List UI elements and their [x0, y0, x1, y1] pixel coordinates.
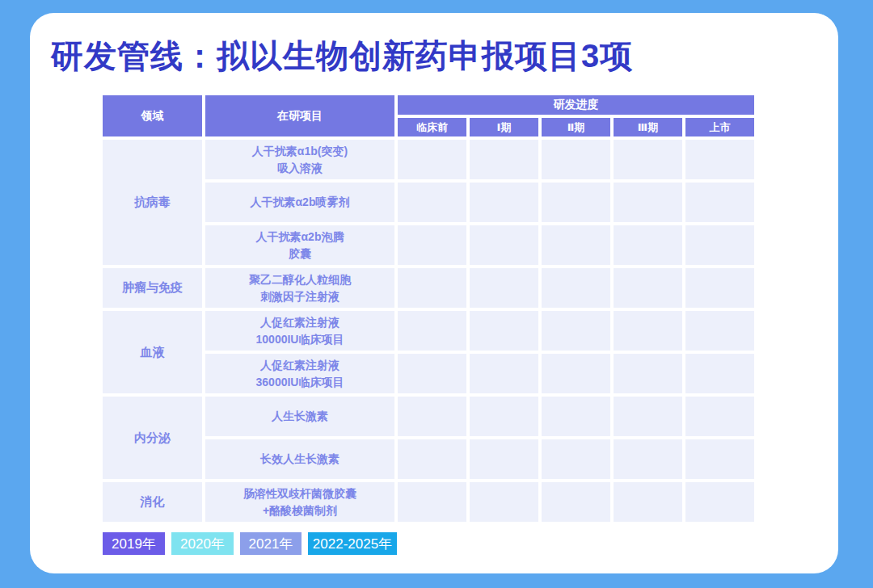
- column-header-progress: 研发进度: [398, 95, 754, 115]
- progress-cell: [470, 482, 538, 522]
- progress-cell: [685, 140, 754, 179]
- progress-cell: [614, 311, 682, 351]
- progress-cell: [685, 183, 754, 222]
- pipeline-table: 领域 在研项目 研发进度 临床前 Ⅰ期 Ⅱ期 Ⅲ期 上市 抗病毒 肿瘤与免疫 血…: [103, 95, 754, 522]
- project-cell: 人干扰素α2b泡腾 胶囊: [205, 225, 394, 265]
- progress-cell: [685, 354, 754, 393]
- progress-cell: [470, 225, 538, 265]
- project-cell: 人促红素注射液 10000IU临床项目: [205, 311, 394, 351]
- progress-cell: [614, 439, 682, 479]
- progress-cell: [398, 183, 466, 222]
- project-cell: 聚乙二醇化人粒细胞 刺激因子注射液: [205, 268, 394, 308]
- page-title: 研发管线：拟以生物创新药申报项目3项: [51, 34, 633, 78]
- progress-cell: [614, 268, 682, 308]
- progress-cell: [470, 311, 538, 351]
- progress-cell: [542, 354, 610, 393]
- column-header-preclinical: 临床前: [398, 118, 466, 136]
- progress-cell: [470, 397, 538, 436]
- progress-cell: [542, 439, 610, 479]
- progress-cell: [470, 183, 538, 222]
- progress-cell: [614, 183, 682, 222]
- progress-cell: [685, 225, 754, 265]
- progress-cell: [398, 140, 466, 179]
- progress-cell: [470, 268, 538, 308]
- project-cell: 长效人生长激素: [205, 439, 394, 479]
- legend: 2019年 2020年 2021年 2022-2025年: [103, 532, 397, 555]
- legend-item-2019: 2019年: [103, 532, 165, 555]
- progress-cell: [470, 140, 538, 179]
- project-cell: 肠溶性双歧杆菌微胶囊 +酪酸梭菌制剂: [205, 482, 394, 522]
- progress-cell: [685, 268, 754, 308]
- progress-cell: [614, 225, 682, 265]
- progress-cell: [542, 311, 610, 351]
- domain-cell-oncology-immunology: 肿瘤与免疫: [103, 268, 202, 308]
- progress-cell: [614, 482, 682, 522]
- progress-cell: [542, 183, 610, 222]
- progress-cell: [542, 140, 610, 179]
- progress-cell: [542, 225, 610, 265]
- progress-cell: [614, 397, 682, 436]
- progress-cell: [614, 354, 682, 393]
- progress-cell: [398, 397, 466, 436]
- progress-cell: [398, 439, 466, 479]
- legend-item-2022-2025: 2022-2025年: [308, 532, 397, 555]
- progress-cell: [398, 354, 466, 393]
- progress-cell: [398, 225, 466, 265]
- project-cell: 人干扰素α1b(突变) 吸入溶液: [205, 140, 394, 179]
- progress-cell: [398, 311, 466, 351]
- progress-cell: [685, 439, 754, 479]
- project-cell: 人干扰素α2b喷雾剂: [205, 183, 394, 222]
- progress-cell: [685, 397, 754, 436]
- legend-item-2021: 2021年: [240, 532, 302, 555]
- column-header-phase1: Ⅰ期: [470, 118, 538, 136]
- page-background: { "title": "研发管线：拟以生物创新药申报项目3项", "table"…: [0, 0, 873, 588]
- progress-cell: [398, 482, 466, 522]
- column-header-domain: 领域: [103, 95, 202, 136]
- domain-cell-blood: 血液: [103, 311, 202, 393]
- column-header-phase3: Ⅲ期: [614, 118, 682, 136]
- progress-cell: [470, 439, 538, 479]
- domain-cell-digestive: 消化: [103, 482, 202, 522]
- progress-cell: [685, 311, 754, 351]
- progress-cell: [685, 482, 754, 522]
- domain-cell-endocrine: 内分泌: [103, 397, 202, 479]
- progress-cell: [542, 268, 610, 308]
- column-header-market: 上市: [685, 118, 754, 136]
- progress-cell: [542, 482, 610, 522]
- domain-cell-antiviral: 抗病毒: [103, 140, 202, 265]
- progress-cell: [542, 397, 610, 436]
- progress-cell: [470, 354, 538, 393]
- column-header-project: 在研项目: [205, 95, 394, 136]
- project-cell: 人生长激素: [205, 397, 394, 436]
- column-header-phase2: Ⅱ期: [542, 118, 610, 136]
- content-card: 研发管线：拟以生物创新药申报项目3项 领域 在研项目 研发进度 临床前 Ⅰ期 Ⅱ…: [30, 13, 838, 573]
- project-cell: 人促红素注射液 36000IU临床项目: [205, 354, 394, 393]
- legend-item-2020: 2020年: [171, 532, 234, 555]
- progress-cell: [614, 140, 682, 179]
- progress-cell: [398, 268, 466, 308]
